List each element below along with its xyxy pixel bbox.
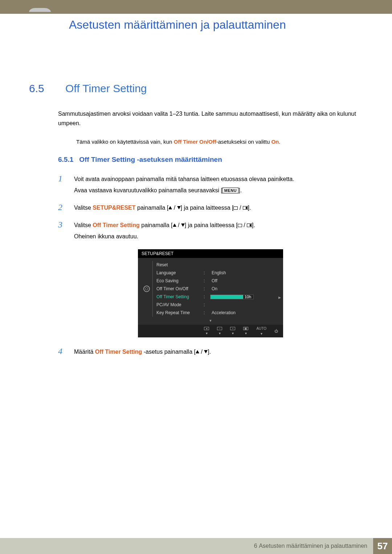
- osd-row-language: Language : English: [156, 269, 278, 277]
- menu-badge: MENU: [222, 188, 238, 193]
- step-1: 1 Voit avata avainoppaan painamalla mitä…: [58, 174, 363, 196]
- osd-row-value: English: [212, 270, 278, 275]
- top-decorative-bar: [0, 0, 392, 14]
- list-more-indicator: ▼: [138, 318, 283, 325]
- step-2-e: ].: [248, 205, 251, 211]
- section-number: 6.5: [29, 82, 54, 95]
- step-number: 3: [58, 220, 66, 242]
- step-2-d: ] ja paina laitteessa [: [181, 205, 234, 211]
- osd-row-label: Eco Saving: [156, 278, 200, 283]
- note-ref-on: On: [271, 139, 279, 145]
- osd-row-label: Key Repeat Time: [156, 310, 200, 315]
- page-footer: 6 Asetusten määrittäminen ja palauttamin…: [0, 538, 392, 554]
- power-icon: ⏻: [274, 329, 278, 333]
- section-intro-text: Sammutusajastimen arvoksi voidaan valita…: [58, 109, 363, 128]
- step-text: Valitse SETUP&RESET painamalla [ / ] ja …: [74, 202, 251, 213]
- step-4-a: Määritä: [74, 349, 95, 355]
- step-1-line2-b: ].: [238, 187, 242, 193]
- step-2-c: painamalla [: [136, 205, 169, 211]
- osd-slider-fill: [211, 295, 243, 299]
- step-text: Voit avata avainoppaan painamalla mitä t…: [74, 174, 294, 196]
- osd-title-bar: SETUP&RESET: [138, 249, 283, 258]
- step-4-d: ].: [208, 349, 211, 355]
- step-text: Valitse Off Timer Setting painamalla [ /…: [74, 220, 255, 242]
- enter-icon-small: ▣: [243, 327, 248, 330]
- gear-icon: [143, 286, 150, 292]
- colon: :: [204, 302, 208, 307]
- off-timer-setting-label: Off Timer Setting: [93, 222, 140, 228]
- step-2: 2 Valitse SETUP&RESET painamalla [ / ] j…: [58, 202, 363, 213]
- osd-footer-auto: AUTO▾: [256, 327, 266, 336]
- triangle-down-icon: [177, 206, 181, 209]
- osd-row-label: PC/AV Mode: [156, 302, 200, 307]
- step-4: 4 Määritä Off Timer Setting -asetus pain…: [58, 346, 363, 357]
- step-3-c: painamalla [: [140, 222, 173, 228]
- enter-icon: [243, 206, 248, 210]
- back-icon: ◂: [204, 327, 209, 330]
- footer-bar: 6 Asetusten määrittäminen ja palauttamin…: [0, 538, 392, 554]
- osd-slider-value: 10h: [245, 295, 251, 299]
- step-3: 3 Valitse Off Timer Setting painamalla […: [58, 220, 363, 242]
- triangle-up-icon: [173, 223, 176, 227]
- osd-slider-cell: 10h: [212, 295, 278, 299]
- note-ref-off-timer-onoff: Off Timer On/Off: [173, 139, 216, 145]
- step-number: 2: [58, 202, 66, 213]
- colon: :: [204, 310, 208, 315]
- osd-row-label: Off Timer Setting: [156, 294, 200, 299]
- subsection-number: 6.5.1: [58, 156, 73, 164]
- triangle-up-icon: [196, 350, 199, 353]
- step-1-line2: Avaa vastaava kuvaruutuvalikko painamall…: [74, 185, 294, 196]
- footer-chapter-index: 6: [254, 543, 257, 549]
- step-3-a: Valitse: [74, 222, 93, 228]
- osd-row-label: Off Timer On/Off: [156, 286, 200, 291]
- step-3-f: Oheinen ikkuna avautuu.: [74, 231, 255, 242]
- osd-row-reset: Reset: [156, 261, 278, 269]
- osd-footer-power: ⏻: [274, 329, 278, 333]
- note-mid: -asetukseksi on valittu: [216, 139, 271, 145]
- osd-footer-back: ◂▾: [204, 327, 209, 335]
- page-number: 57: [373, 538, 392, 554]
- osd-footer-plus: +▾: [230, 327, 235, 335]
- osd-body: Reset Language : English Eco Saving : Of…: [138, 258, 283, 318]
- osd-row-value: On: [212, 286, 278, 291]
- triangle-down-icon: [204, 350, 208, 353]
- triangle-up-icon: [168, 206, 172, 209]
- osd-row-pcav-mode: PC/AV Mode :: [156, 301, 278, 309]
- off-timer-setting-label: Off Timer Setting: [95, 349, 142, 355]
- page-content: Asetusten määrittäminen ja palauttaminen…: [29, 18, 363, 364]
- note-suffix: .: [279, 139, 280, 145]
- subsection-title: Off Timer Setting -asetuksen määrittämin…: [79, 156, 222, 164]
- step-3-e: ].: [252, 222, 255, 228]
- footer-chapter: 6 Asetusten määrittäminen ja palauttamin…: [0, 538, 373, 554]
- colon: :: [204, 270, 208, 275]
- osd-footer-enter: ▣▾: [243, 327, 248, 335]
- steps-list: 1 Voit avata avainoppaan painamalla mitä…: [58, 174, 363, 357]
- osd-menu-list: Reset Language : English Eco Saving : Of…: [152, 261, 278, 317]
- section-heading-row: 6.5 Off Timer Setting: [29, 82, 363, 95]
- setup-reset-label: SETUP&RESET: [93, 205, 135, 211]
- step-1-line1: Voit avata avainoppaan painamalla mitä t…: [74, 174, 294, 185]
- step-number: 4: [58, 346, 66, 357]
- osd-left-pane: [141, 261, 152, 317]
- step-3-d: ] ja paina laitteessa [: [185, 222, 238, 228]
- osd-row-value: Acceleration: [212, 310, 278, 315]
- osd-row-off-timer-onoff: Off Timer On/Off : On: [156, 285, 278, 293]
- osd-row-label: Language: [156, 270, 200, 275]
- enter-icon: [247, 223, 252, 227]
- osd-screenshot-wrap: SETUP&RESET Reset Language : English: [58, 249, 363, 337]
- square-icon: [233, 206, 238, 210]
- minus-icon: −: [217, 327, 222, 330]
- square-icon: [238, 224, 242, 227]
- arrow-right-icon: ▶: [278, 296, 281, 299]
- plus-icon: +: [230, 327, 235, 330]
- colon: :: [204, 286, 208, 291]
- osd-panel: SETUP&RESET Reset Language : English: [138, 249, 283, 337]
- step-4-c: -asetus painamalla [: [142, 349, 196, 355]
- colon: :: [204, 294, 208, 299]
- chapter-badge-stub: [29, 8, 51, 12]
- osd-row-off-timer-setting: Off Timer Setting : 10h: [156, 293, 278, 301]
- section-title: Off Timer Setting: [65, 82, 147, 95]
- note-prefix: Tämä valikko on käytettävissä vain, kun: [76, 139, 173, 145]
- triangle-down-icon: [181, 223, 185, 227]
- footer-chapter-name: Asetusten määrittäminen ja palauttaminen: [259, 543, 367, 549]
